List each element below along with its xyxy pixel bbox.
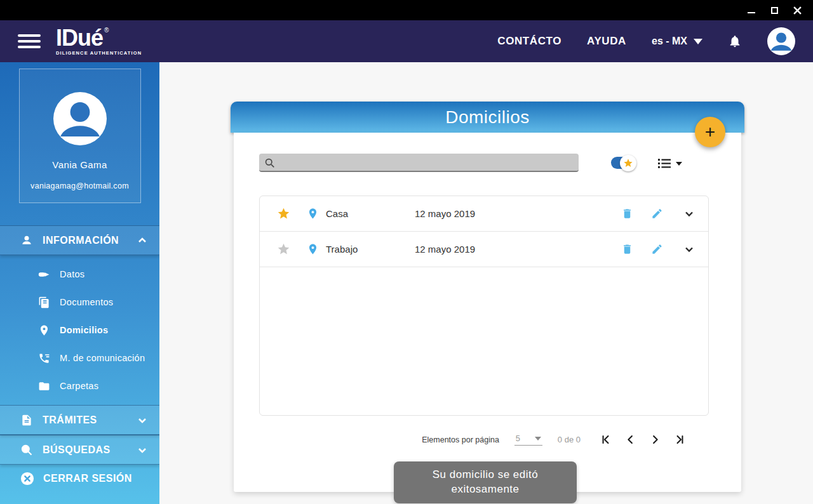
toast-notification: Su domicilio se editó exitosamente bbox=[394, 461, 577, 503]
close-icon bbox=[793, 6, 802, 15]
chevron-right-icon bbox=[649, 434, 661, 446]
sidebar-section-busquedas[interactable]: BÚSQUEDAS bbox=[0, 435, 159, 465]
card-header: Domicilios bbox=[231, 102, 744, 133]
sidebar-item-datos[interactable]: Datos bbox=[0, 260, 159, 288]
page-size-value: 5 bbox=[516, 434, 520, 443]
favorite-star-icon[interactable] bbox=[267, 242, 299, 256]
trash-icon bbox=[621, 208, 633, 220]
notifications-button[interactable] bbox=[728, 34, 742, 49]
chevron-down-icon bbox=[138, 416, 147, 425]
registered-mark: ® bbox=[104, 27, 109, 34]
chevron-down-icon bbox=[535, 437, 541, 441]
minimize-button[interactable] bbox=[747, 6, 756, 15]
pagination: Elementos por página 5 0 de 0 bbox=[422, 434, 686, 446]
pencil-icon bbox=[651, 208, 663, 220]
close-circle-icon bbox=[20, 472, 34, 486]
informacion-items: Datos Documentos Domicilios M. de comuni… bbox=[0, 255, 159, 401]
bell-icon bbox=[728, 34, 742, 49]
page-range: 0 de 0 bbox=[558, 435, 581, 444]
logout-button[interactable]: CERRAR SESIÓN bbox=[0, 465, 159, 493]
person-icon bbox=[20, 234, 33, 247]
user-avatar[interactable] bbox=[767, 27, 795, 55]
list-icon bbox=[658, 158, 671, 169]
list-item-casa[interactable]: Casa 12 mayo 2019 bbox=[260, 196, 708, 232]
sidebar-item-comunicacion[interactable]: M. de comunicación bbox=[0, 344, 159, 372]
first-page-icon bbox=[600, 434, 612, 446]
location-pin-icon bbox=[38, 324, 50, 336]
sidebar: Vania Gama vaniagamag@hotmail.com INFORM… bbox=[0, 62, 159, 504]
brand-tagline: DILIGENCE AUTHENTICATION bbox=[56, 51, 142, 56]
sidebar-section-tramites[interactable]: TRÁMITES bbox=[0, 405, 159, 435]
expand-row-button[interactable] bbox=[670, 244, 708, 255]
sidebar-section-informacion[interactable]: INFORMACIÓN bbox=[0, 225, 159, 255]
profile-email: vaniagamag@hotmail.com bbox=[20, 182, 140, 190]
last-page-icon bbox=[674, 434, 686, 446]
close-button[interactable] bbox=[793, 6, 802, 15]
card-body: Casa 12 mayo 2019 bbox=[234, 133, 741, 492]
page-size-label: Elementos por página bbox=[422, 435, 499, 444]
search-input[interactable] bbox=[259, 154, 579, 172]
language-value: es - MX bbox=[652, 36, 687, 47]
previous-page-button[interactable] bbox=[624, 434, 636, 446]
domicilio-date: 12 mayo 2019 bbox=[415, 208, 610, 219]
profile-name: Vania Gama bbox=[20, 159, 140, 170]
sidebar-item-domicilios[interactable]: Domicilios bbox=[0, 316, 159, 344]
pencil-icon bbox=[651, 243, 663, 255]
chevron-down-icon bbox=[694, 39, 702, 44]
search-icon bbox=[264, 157, 275, 168]
phone-icon bbox=[38, 352, 50, 364]
brand-name: IDué bbox=[56, 27, 103, 50]
first-page-button[interactable] bbox=[600, 434, 612, 446]
expand-row-button[interactable] bbox=[670, 209, 708, 219]
location-pin-icon bbox=[299, 208, 326, 220]
sidebar-item-documentos[interactable]: Documentos bbox=[0, 288, 159, 316]
nav-ayuda[interactable]: AYUDA bbox=[587, 35, 626, 48]
app-header: IDué ® DILIGENCE AUTHENTICATION CONTÁCTO… bbox=[0, 20, 813, 62]
minimize-icon bbox=[748, 12, 755, 13]
favorite-star-icon[interactable] bbox=[267, 207, 299, 220]
brand-logo: IDué ® DILIGENCE AUTHENTICATION bbox=[56, 27, 142, 56]
hamburger-menu-icon[interactable] bbox=[18, 34, 41, 48]
chevron-down-icon bbox=[684, 244, 694, 255]
star-icon bbox=[623, 158, 633, 168]
toggle-thumb bbox=[620, 155, 636, 171]
profile-avatar bbox=[53, 92, 107, 145]
section-label: INFORMACIÓN bbox=[43, 235, 119, 246]
edit-button[interactable] bbox=[643, 243, 670, 255]
delete-button[interactable] bbox=[610, 243, 643, 255]
favorites-toggle[interactable] bbox=[611, 157, 633, 169]
main-content: Domicilios + bbox=[159, 62, 813, 504]
next-page-button[interactable] bbox=[649, 434, 661, 446]
edit-button[interactable] bbox=[643, 208, 670, 220]
domicilio-name: Trabajo bbox=[326, 244, 415, 255]
chevron-down-icon bbox=[138, 446, 147, 454]
document-icon bbox=[20, 414, 33, 427]
location-pin-icon bbox=[299, 243, 326, 255]
last-page-button[interactable] bbox=[674, 434, 686, 446]
language-selector[interactable]: es - MX bbox=[652, 36, 702, 47]
list-item-trabajo[interactable]: Trabajo 12 mayo 2019 bbox=[260, 232, 708, 267]
trash-icon bbox=[621, 243, 633, 255]
maximize-icon bbox=[771, 7, 778, 14]
domicilio-name: Casa bbox=[326, 208, 415, 219]
documents-icon bbox=[38, 296, 50, 308]
profile-card: Vania Gama vaniagamag@hotmail.com bbox=[19, 69, 141, 203]
page-title: Domicilios bbox=[445, 107, 530, 128]
maximize-button[interactable] bbox=[770, 6, 779, 15]
window-title-bar bbox=[0, 0, 813, 20]
chevron-down-icon bbox=[676, 162, 682, 166]
page-size-select[interactable]: 5 bbox=[514, 434, 542, 446]
sidebar-item-carpetas[interactable]: Carpetas bbox=[0, 372, 159, 400]
domicilio-date: 12 mayo 2019 bbox=[415, 244, 610, 255]
chevron-left-icon bbox=[624, 434, 636, 446]
delete-button[interactable] bbox=[610, 208, 643, 220]
card-arrow-icon bbox=[38, 269, 50, 281]
list-view-selector[interactable] bbox=[658, 158, 682, 169]
folder-icon bbox=[38, 380, 50, 392]
chevron-down-icon bbox=[684, 209, 694, 219]
domicilios-list: Casa 12 mayo 2019 bbox=[259, 196, 709, 416]
avatar-icon bbox=[767, 27, 795, 55]
search-icon bbox=[20, 444, 33, 456]
add-domicilio-button[interactable]: + bbox=[695, 117, 725, 147]
nav-contacto[interactable]: CONTÁCTO bbox=[497, 35, 561, 48]
